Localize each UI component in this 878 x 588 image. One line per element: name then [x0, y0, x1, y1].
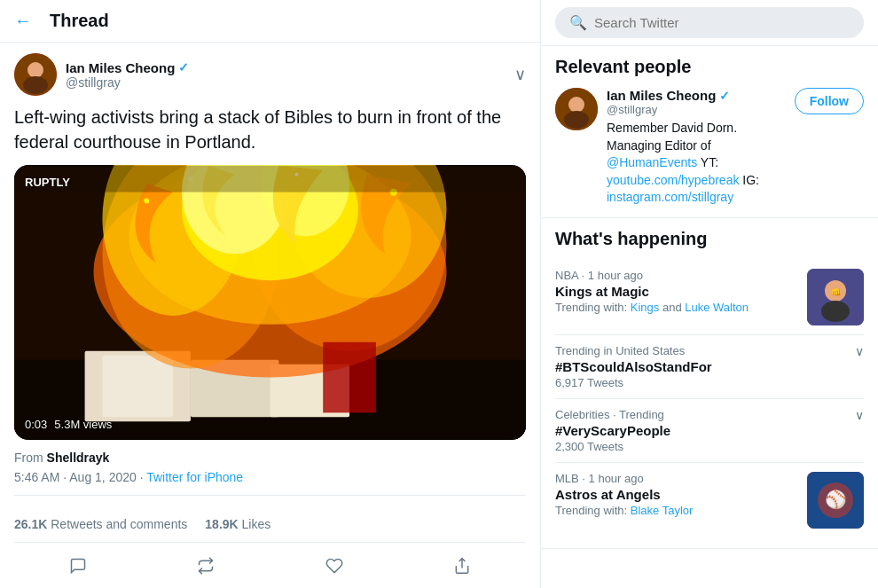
- whats-happening-section: What's happening NBA · 1 hour ago Kings …: [541, 218, 878, 549]
- svg-rect-22: [323, 342, 376, 413]
- trending-name[interactable]: #VeryScaryPeople: [555, 423, 855, 438]
- relevant-people-section: Relevant people Ian Miles Cheong ✓ @stil…: [541, 46, 878, 218]
- rp-bio-link3[interactable]: instagram.com/stillgray: [607, 190, 733, 204]
- left-panel: ← Thread Ian Miles Cheong ✓: [0, 0, 541, 588]
- trending-meta: Celebrities · Trending: [555, 408, 855, 421]
- trending-link[interactable]: Blake Taylor: [631, 504, 694, 517]
- share-button[interactable]: [443, 550, 482, 582]
- svg-point-27: [564, 111, 589, 129]
- trending-sub: 6,917 Tweets: [555, 376, 855, 389]
- tweet-author: Ian Miles Cheong ✓ @stillgray: [14, 53, 189, 96]
- relevant-person: Ian Miles Cheong ✓ @stillgray Remember D…: [555, 88, 864, 207]
- trending-link2[interactable]: Luke Walton: [685, 301, 749, 314]
- back-button[interactable]: ←: [14, 11, 32, 31]
- author-info: Ian Miles Cheong ✓ @stillgray: [66, 60, 189, 90]
- trending-meta: Trending in United States: [555, 344, 855, 357]
- thread-header: ← Thread: [0, 0, 540, 43]
- svg-point-1: [27, 62, 43, 78]
- rp-name-row: Ian Miles Cheong ✓: [607, 88, 786, 103]
- relevant-people-title: Relevant people: [555, 57, 864, 77]
- reply-button[interactable]: [59, 550, 98, 582]
- svg-rect-23: [14, 166, 526, 192]
- author-username: @stillgray: [66, 75, 189, 90]
- rp-avatar: [555, 88, 598, 130]
- caret-down-icon[interactable]: ∨: [855, 408, 864, 422]
- tweet-container: Ian Miles Cheong ✓ @stillgray ∨ Left-win…: [0, 43, 540, 588]
- retweet-count: 26.1K Retweets and comments: [14, 517, 187, 531]
- search-bar: 🔍: [541, 0, 878, 46]
- svg-point-18: [144, 199, 149, 204]
- trending-name[interactable]: #BTScouldAlsoStandFor: [555, 359, 855, 374]
- media-stats: 0:03 5.3M views: [25, 418, 112, 431]
- svg-point-26: [568, 97, 584, 113]
- chevron-down-icon[interactable]: ∨: [514, 65, 526, 84]
- search-input[interactable]: [594, 15, 850, 30]
- trending-sub: Trending with: Blake Taylor: [555, 504, 807, 517]
- rp-info: Ian Miles Cheong ✓ @stillgray Remember D…: [607, 88, 786, 207]
- tweet-text: Left-wing activists bring a stack of Bib…: [14, 105, 526, 154]
- trending-sub: Trending with: Kings and Luke Walton: [555, 301, 807, 314]
- media-label: RUPTLY: [25, 176, 70, 189]
- tweet-top: Ian Miles Cheong ✓ @stillgray ∨: [14, 53, 526, 96]
- likes-count: 18.9K Likes: [205, 517, 270, 531]
- svg-point-30: [821, 301, 850, 322]
- svg-point-2: [23, 76, 48, 94]
- tweet-stats: 26.1K Retweets and comments 18.9K Likes: [14, 506, 526, 543]
- media-timestamp: 0:03: [25, 418, 47, 431]
- trending-item-inner: Celebrities · Trending #VeryScaryPeople …: [555, 408, 855, 453]
- verified-badge: ✓: [178, 60, 189, 74]
- trending-item: NBA · 1 hour ago Kings at Magic Trending…: [555, 260, 864, 335]
- trending-item-inner: Trending in United States #BTScouldAlsoS…: [555, 344, 855, 389]
- trending-item: Celebrities · Trending #VeryScaryPeople …: [555, 399, 864, 463]
- rp-display-name: Ian Miles Cheong: [607, 88, 716, 103]
- trending-item: Trending in United States #BTScouldAlsoS…: [555, 335, 864, 399]
- trending-thumb: ⚾: [807, 472, 864, 529]
- rp-bio-link2[interactable]: youtube.com/hypebreak: [607, 173, 739, 187]
- trending-sub: 2,300 Tweets: [555, 440, 855, 453]
- tweet-timestamp: 5:46 AM · Aug 1, 2020 · Twitter for iPho…: [14, 470, 526, 496]
- search-icon: 🔍: [569, 14, 587, 31]
- rp-verified-badge: ✓: [719, 89, 730, 103]
- trending-meta: MLB · 1 hour ago: [555, 472, 807, 485]
- search-input-wrapper: 🔍: [555, 7, 864, 38]
- thread-title: Thread: [50, 11, 109, 31]
- right-panel: 🔍 Relevant people Ian Miles Cheong ✓ @st…: [541, 0, 878, 588]
- like-button[interactable]: [315, 550, 354, 582]
- rp-username: @stillgray: [607, 103, 786, 116]
- caret-down-icon[interactable]: ∨: [855, 344, 864, 358]
- retweet-button[interactable]: [186, 550, 225, 582]
- trending-thumb: 👊: [807, 269, 864, 325]
- trending-item-left: NBA · 1 hour ago Kings at Magic Trending…: [555, 269, 807, 314]
- trending-item-left: MLB · 1 hour ago Astros at Angels Trendi…: [555, 472, 807, 517]
- svg-rect-6: [102, 356, 173, 418]
- rp-bio: Remember David Dorn. Managing Editor of …: [607, 120, 786, 207]
- trending-meta: NBA · 1 hour ago: [555, 269, 807, 282]
- media-views: 5.3M views: [54, 418, 112, 431]
- follow-button[interactable]: Follow: [795, 88, 864, 114]
- svg-text:👊: 👊: [830, 286, 842, 298]
- trending-link[interactable]: Kings: [631, 301, 660, 314]
- tweet-source: From Shelldrayk: [14, 451, 526, 465]
- trending-name[interactable]: Kings at Magic: [555, 284, 807, 299]
- whats-happening-title: What's happening: [555, 229, 864, 249]
- avatar: [14, 53, 57, 96]
- tweet-media[interactable]: RUPTLY 0:03 5.3M views: [14, 165, 526, 440]
- trending-item: MLB · 1 hour ago Astros at Angels Trendi…: [555, 463, 864, 537]
- rp-bio-link1[interactable]: @HumanEvents: [607, 155, 697, 169]
- trending-name[interactable]: Astros at Angels: [555, 487, 807, 502]
- svg-text:⚾: ⚾: [825, 489, 847, 510]
- author-display-name: Ian Miles Cheong ✓: [66, 60, 189, 75]
- tweet-actions: [14, 543, 526, 588]
- twitter-for-iphone-link[interactable]: Twitter for iPhone: [146, 470, 243, 484]
